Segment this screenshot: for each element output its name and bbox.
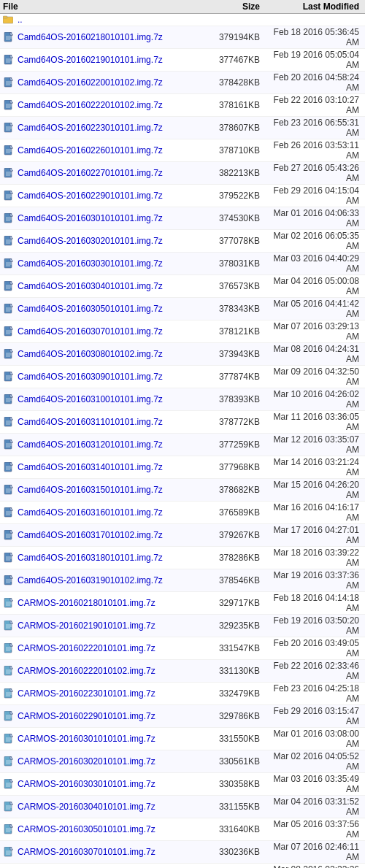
- file-icon: [3, 394, 15, 404]
- file-link[interactable]: CARMOS-20160303010101.img.7z: [18, 779, 201, 789]
- file-modified: Mar 04 2016 03:31:52 AM: [260, 796, 362, 817]
- file-icon: [3, 779, 15, 789]
- file-link[interactable]: Camd64OS-20160310010101.img.7z: [18, 394, 201, 404]
- file-modified: Feb 19 2016 05:05:04 AM: [260, 50, 362, 70]
- file-row: Camd64OS-20160301010101.img.7z 374530KB …: [0, 207, 365, 230]
- file-row: Camd64OS-20160227010101.img.7z 382213KB …: [0, 162, 365, 185]
- file-link[interactable]: CARMOS-20160223010101.img.7z: [18, 688, 201, 699]
- file-link[interactable]: Camd64OS-20160307010101.img.7z: [18, 326, 201, 337]
- file-link[interactable]: Camd64OS-20160222010102.img.7z: [18, 100, 201, 110]
- file-link[interactable]: Camd64OS-20160226010101.img.7z: [18, 145, 201, 155]
- file-icon: [3, 100, 15, 110]
- file-row: Camd64OS-20160220010102.img.7z 378428KB …: [0, 72, 365, 94]
- file-row: Camd64OS-20160314010101.img.7z 377968KB …: [0, 456, 365, 479]
- file-icon: [3, 439, 15, 450]
- file-icon: [3, 688, 15, 699]
- file-icon: [3, 168, 15, 178]
- file-link[interactable]: Camd64OS-20160315010101.img.7z: [18, 485, 201, 495]
- file-modified: Mar 03 2016 03:35:49 AM: [260, 774, 362, 794]
- file-icon: [3, 281, 15, 291]
- file-size: 378710KB: [201, 145, 260, 155]
- file-link[interactable]: Camd64OS-20160308010102.img.7z: [18, 349, 201, 359]
- file-icon: [3, 213, 15, 223]
- file-modified: Mar 02 2016 04:05:52 AM: [260, 751, 362, 772]
- file-size: 377874KB: [201, 372, 260, 382]
- file-row: Camd64OS-20160317010102.img.7z 379267KB …: [0, 524, 365, 547]
- file-row: Camd64OS-20160312010101.img.7z 377259KB …: [0, 434, 365, 456]
- file-list: Camd64OS-20160218010101.img.7z 379194KB …: [0, 26, 365, 868]
- file-link[interactable]: Camd64OS-20160302010101.img.7z: [18, 236, 201, 246]
- file-size: 331155KB: [201, 802, 260, 812]
- file-link[interactable]: Camd64OS-20160218010101.img.7z: [18, 32, 201, 42]
- file-size: 378607KB: [201, 123, 260, 133]
- file-size: 382213KB: [201, 168, 260, 178]
- file-modified: Mar 07 2016 03:29:13 AM: [260, 321, 362, 342]
- file-link[interactable]: CARMOS-20160222010101.img.7z: [18, 643, 201, 653]
- file-link[interactable]: CARMOS-20160301010101.img.7z: [18, 734, 201, 744]
- file-modified: Feb 22 2016 03:10:27 AM: [260, 95, 362, 115]
- parent-link[interactable]: ..: [18, 15, 362, 25]
- file-row: Camd64OS-20160316010101.img.7z 376589KB …: [0, 502, 365, 524]
- file-modified: Feb 23 2016 06:55:31 AM: [260, 118, 362, 138]
- file-size: 378393KB: [201, 394, 260, 404]
- file-modified: Feb 29 2016 03:15:47 AM: [260, 706, 362, 726]
- file-size: 329717KB: [201, 598, 260, 608]
- file-size: 378286KB: [201, 553, 260, 563]
- file-modified: Feb 29 2016 04:15:04 AM: [260, 185, 362, 206]
- file-link[interactable]: Camd64OS-20160301010101.img.7z: [18, 213, 201, 223]
- file-row: Camd64OS-20160307010101.img.7z 378121KB …: [0, 320, 365, 343]
- file-link[interactable]: CARMOS-20160302010101.img.7z: [18, 756, 201, 767]
- file-row: CARMOS-20160229010101.img.7z 329786KB Fe…: [0, 705, 365, 728]
- file-size: 331547KB: [201, 643, 260, 653]
- file-modified: Mar 08 2016 04:24:31 AM: [260, 344, 362, 364]
- file-modified: Feb 22 2016 02:33:46 AM: [260, 661, 362, 681]
- file-link[interactable]: CARMOS-20160304010101.img.7z: [18, 802, 201, 812]
- file-link[interactable]: Camd64OS-20160220010102.img.7z: [18, 77, 201, 88]
- file-link[interactable]: Camd64OS-20160229010101.img.7z: [18, 191, 201, 201]
- file-link[interactable]: CARMOS-20160307010101.img.7z: [18, 847, 201, 857]
- file-size: 374530KB: [201, 213, 260, 223]
- file-link[interactable]: Camd64OS-20160223010101.img.7z: [18, 123, 201, 133]
- file-size: 378546KB: [201, 575, 260, 585]
- file-link[interactable]: CARMOS-20160229010101.img.7z: [18, 711, 201, 721]
- file-row: Camd64OS-20160219010101.img.7z 377467KB …: [0, 49, 365, 72]
- file-row: Camd64OS-20160309010101.img.7z 377874KB …: [0, 366, 365, 388]
- file-modified: Mar 10 2016 04:26:02 AM: [260, 389, 362, 410]
- file-link[interactable]: Camd64OS-20160303010101.img.7z: [18, 258, 201, 269]
- file-link[interactable]: Camd64OS-20160227010101.img.7z: [18, 168, 201, 178]
- file-link[interactable]: Camd64OS-20160304010101.img.7z: [18, 281, 201, 291]
- folder-icon: [3, 15, 15, 25]
- file-link[interactable]: Camd64OS-20160219010101.img.7z: [18, 55, 201, 65]
- file-link[interactable]: CARMOS-20160219010101.img.7z: [18, 621, 201, 631]
- svg-rect-1: [3, 16, 7, 18]
- header-row: File Size Last Modified: [0, 0, 365, 14]
- file-row: CARMOS-20160305010101.img.7z 331640KB Ma…: [0, 818, 365, 841]
- file-link[interactable]: CARMOS-20160305010101.img.7z: [18, 824, 201, 834]
- file-link[interactable]: Camd64OS-20160312010101.img.7z: [18, 439, 201, 450]
- file-icon: [3, 711, 15, 721]
- file-row: CARMOS-20160218010101.img.7z 329717KB Fe…: [0, 592, 365, 615]
- file-link[interactable]: Camd64OS-20160314010101.img.7z: [18, 462, 201, 472]
- file-size: 378428KB: [201, 77, 260, 88]
- file-modified: Feb 19 2016 03:50:20 AM: [260, 615, 362, 636]
- file-modified: Mar 09 2016 04:32:50 AM: [260, 366, 362, 387]
- file-link[interactable]: CARMOS-20160222010102.img.7z: [18, 666, 201, 676]
- file-link[interactable]: Camd64OS-20160317010102.img.7z: [18, 530, 201, 540]
- file-size: 377467KB: [201, 55, 260, 65]
- file-size: 378772KB: [201, 417, 260, 427]
- file-link[interactable]: Camd64OS-20160305010101.img.7z: [18, 304, 201, 314]
- file-link[interactable]: Camd64OS-20160319010102.img.7z: [18, 575, 201, 585]
- file-row: Camd64OS-20160223010101.img.7z 378607KB …: [0, 117, 365, 139]
- parent-row[interactable]: ..: [0, 14, 365, 26]
- file-icon: [3, 326, 15, 337]
- file-size: 378682KB: [201, 485, 260, 495]
- file-link[interactable]: Camd64OS-20160318010101.img.7z: [18, 553, 201, 563]
- file-link[interactable]: CARMOS-20160218010101.img.7z: [18, 598, 201, 608]
- file-row: Camd64OS-20160218010101.img.7z 379194KB …: [0, 26, 365, 49]
- file-link[interactable]: Camd64OS-20160311010101.img.7z: [18, 417, 201, 427]
- file-modified: Mar 05 2016 03:37:56 AM: [260, 819, 362, 840]
- file-modified: Mar 12 2016 03:35:07 AM: [260, 434, 362, 455]
- file-link[interactable]: Camd64OS-20160309010101.img.7z: [18, 372, 201, 382]
- file-row: CARMOS-20160304010101.img.7z 331155KB Ma…: [0, 796, 365, 818]
- file-link[interactable]: Camd64OS-20160316010101.img.7z: [18, 507, 201, 518]
